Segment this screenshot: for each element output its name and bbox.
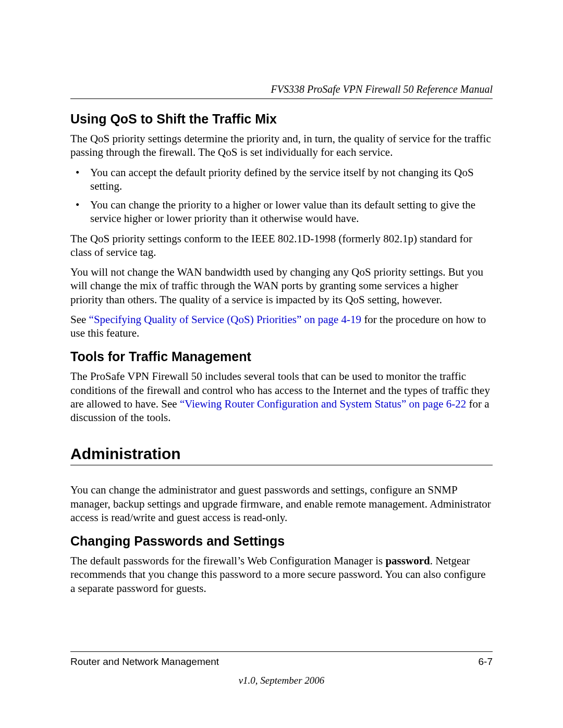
list-item: You can change the priority to a higher … xyxy=(70,198,493,226)
heading-administration: Administration xyxy=(70,445,493,463)
document-page: FVS338 ProSafe VPN Firewall 50 Reference… xyxy=(0,0,563,728)
qos-see: See “Specifying Quality of Service (QoS)… xyxy=(70,313,493,340)
heading-passwords: Changing Passwords and Settings xyxy=(70,534,493,549)
qos-conform: The QoS priority settings conform to the… xyxy=(70,232,493,260)
footer-rule xyxy=(70,651,493,652)
heading-tools: Tools for Traffic Management xyxy=(70,349,493,364)
running-header: FVS338 ProSafe VPN Firewall 50 Reference… xyxy=(70,83,493,95)
heading-qos: Using QoS to Shift the Traffic Mix xyxy=(70,112,493,127)
admin-intro: You can change the administrator and gue… xyxy=(70,483,493,524)
passwords-bold: password xyxy=(385,554,430,567)
cross-reference-link[interactable]: “Specifying Quality of Service (QoS) Pri… xyxy=(89,313,362,326)
tools-paragraph: The ProSafe VPN Firewall 50 includes sev… xyxy=(70,369,493,424)
qos-intro: The QoS priority settings determine the … xyxy=(70,132,493,159)
passwords-prefix: The default passwords for the firewall’s… xyxy=(70,554,385,567)
section-rule xyxy=(70,465,493,465)
qos-see-prefix: See xyxy=(70,313,89,326)
footer-page-number: 6-7 xyxy=(479,656,493,668)
qos-bullet-list: You can accept the default priority defi… xyxy=(70,166,493,226)
page-footer: Router and Network Management 6-7 v1.0, … xyxy=(70,651,493,686)
footer-row: Router and Network Management 6-7 xyxy=(70,656,493,668)
footer-chapter: Router and Network Management xyxy=(70,656,219,668)
footer-version: v1.0, September 2006 xyxy=(70,675,493,686)
passwords-paragraph: The default passwords for the firewall’s… xyxy=(70,554,493,595)
qos-mix: You will not change the WAN bandwidth us… xyxy=(70,265,493,306)
header-rule xyxy=(70,98,493,99)
list-item: You can accept the default priority defi… xyxy=(70,166,493,193)
cross-reference-link[interactable]: “Viewing Router Configuration and System… xyxy=(180,398,466,410)
